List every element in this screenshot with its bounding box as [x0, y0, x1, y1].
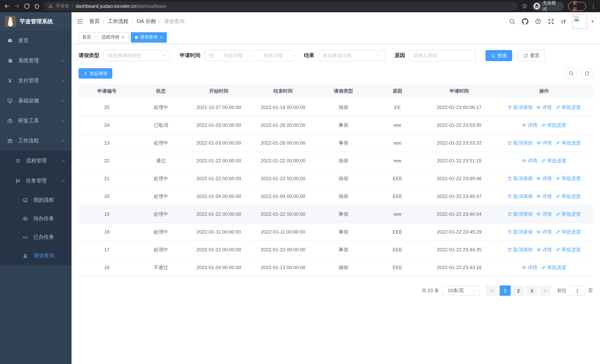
reload-icon[interactable] — [24, 3, 30, 9]
action-label: 审批进度 — [547, 157, 566, 164]
breadcrumb-item[interactable]: OA 示例 — [137, 18, 156, 25]
cell-actions: 详情审批进度 — [495, 157, 593, 164]
action-detail-link[interactable]: 详情 — [522, 264, 537, 271]
action-progress-link[interactable]: 审批进度 — [555, 140, 581, 146]
eye-icon — [536, 229, 541, 234]
sidebar-item-task-mgmt[interactable]: 任务管理 — [0, 171, 72, 191]
chevron-down-icon — [62, 119, 66, 123]
action-cancel-link[interactable]: 取消请假 — [507, 104, 533, 111]
avatar[interactable] — [572, 14, 587, 29]
caret-down-icon[interactable] — [590, 19, 595, 24]
sidebar-item-payment[interactable]: 支付管理 — [0, 71, 72, 91]
tab-close-icon[interactable]: × — [160, 35, 163, 40]
date-separator: - — [252, 53, 254, 58]
result-select[interactable]: 请选择流结果 — [318, 50, 385, 61]
create-leave-button[interactable]: 发起请假 — [79, 68, 112, 79]
sidebar-item-todo-task[interactable]: 待办任务 — [0, 209, 72, 228]
action-detail-link[interactable]: 详情 — [536, 193, 552, 200]
user-icon — [22, 253, 28, 259]
url-text[interactable]: dashboard.yudao.iocoder.cn/bpm/oa/leave — [75, 3, 166, 9]
omnibox-separator — [72, 3, 73, 9]
page-button-1[interactable]: 1 — [500, 285, 511, 296]
action-progress-link[interactable]: 审批进度 — [555, 229, 581, 235]
action-detail-link[interactable]: 详情 — [536, 211, 552, 217]
sidebar-item-devtools[interactable]: 研发工具 — [0, 111, 72, 131]
forward-icon[interactable] — [14, 3, 20, 9]
sidebar-item-leave-query[interactable]: 请假查询 — [0, 246, 72, 265]
action-progress-link[interactable]: 审批进度 — [541, 122, 566, 129]
action-progress-link[interactable]: 审批进度 — [541, 264, 566, 271]
result-label: 结果 — [304, 52, 314, 59]
show-search-button[interactable] — [565, 67, 577, 79]
home-icon[interactable] — [34, 3, 40, 9]
refresh-table-button[interactable] — [581, 67, 593, 79]
page-unit: 页 — [588, 287, 593, 294]
leave-type-select[interactable]: 请选择请假类型 — [103, 50, 170, 61]
action-detail-link[interactable]: 详情 — [536, 229, 552, 235]
goto-page-input[interactable] — [569, 285, 586, 296]
sidebar-collapse-icon[interactable] — [77, 18, 83, 25]
page-size-select[interactable]: 10条/页 — [443, 285, 480, 296]
next-page-button[interactable] — [540, 285, 551, 296]
page-button-3[interactable]: 3 — [526, 285, 537, 296]
action-progress-link[interactable]: 审批进度 — [555, 246, 581, 253]
action-detail-link[interactable]: 详情 — [522, 122, 537, 129]
action-cancel-link[interactable]: 取消请假 — [507, 175, 533, 182]
action-detail-link[interactable]: 详情 — [536, 246, 552, 253]
action-cancel-link[interactable]: 取消请假 — [507, 193, 533, 200]
address-bar[interactable]: 不安全 dashboard.yudao.iocoder.cn/bpm/oa/le… — [44, 1, 518, 11]
fullscreen-icon[interactable] — [548, 18, 554, 25]
cell-reason: EEE — [372, 176, 423, 181]
action-progress-link[interactable]: 审批进度 — [555, 193, 581, 200]
breadcrumb-item[interactable]: 首页 — [89, 18, 100, 25]
breadcrumb-item[interactable]: 工作流程 — [108, 18, 129, 25]
sidebar-item-infra[interactable]: 基础设施 — [0, 91, 72, 111]
chevron-right-icon — [543, 288, 547, 293]
font-size-icon[interactable]: TT — [561, 19, 566, 24]
bookmark-star-icon[interactable] — [521, 3, 528, 9]
action-progress-link[interactable]: 审批进度 — [555, 211, 581, 217]
tab-流程详情[interactable]: 流程详情× — [97, 32, 128, 42]
help-icon[interactable] — [535, 18, 542, 25]
action-cancel-link[interactable]: 取消请假 — [507, 211, 533, 217]
sidebar-item-system[interactable]: 系统管理 — [0, 51, 72, 71]
tab-首页[interactable]: 首页 — [78, 32, 95, 42]
action-detail-link[interactable]: 详情 — [536, 140, 552, 146]
table-header-row: 申请编号状态开始时间结束时间请假类型原因申请时间操作 — [79, 84, 593, 99]
action-cancel-link[interactable]: 取消请假 — [507, 140, 533, 146]
page-button-2[interactable]: 2 — [513, 285, 524, 296]
sidebar-item-home[interactable]: 首页 — [0, 31, 72, 51]
tab-请假查询[interactable]: 请假查询× — [131, 32, 167, 42]
search-icon[interactable] — [509, 18, 516, 25]
action-progress-link[interactable]: 审批进度 — [555, 104, 581, 111]
action-progress-link[interactable]: 审批进度 — [555, 175, 581, 182]
action-progress-link[interactable]: 审批进度 — [541, 157, 566, 164]
back-icon[interactable] — [4, 3, 10, 9]
sidebar-item-process-mgmt[interactable]: 流程管理 — [0, 151, 72, 171]
cell-id: 20 — [79, 194, 135, 199]
cell-apply_time: 2022-01-22 23:46:47 — [423, 194, 495, 199]
action-cancel-link[interactable]: 取消请假 — [507, 246, 533, 253]
search-button[interactable]: 搜索 — [486, 50, 512, 61]
end-date-placeholder[interactable]: 结束日期 — [256, 52, 290, 59]
reset-button[interactable]: 重置 — [518, 50, 545, 61]
breadcrumb-separator: / — [103, 19, 104, 24]
cell-actions: 取消请假详情审批进度 — [495, 229, 593, 235]
url-domain: dashboard.yudao.iocoder.cn — [75, 3, 136, 9]
security-label[interactable]: 不安全 — [56, 3, 69, 9]
browser-menu-icon[interactable] — [590, 3, 596, 9]
browser-update-button[interactable]: 更新 — [568, 2, 586, 10]
reason-input[interactable]: 请输入原因 — [409, 50, 476, 61]
sidebar-item-done-task[interactable]: 已办任务 — [0, 228, 72, 246]
prev-page-button[interactable] — [486, 285, 497, 296]
action-detail-link[interactable]: 详情 — [536, 175, 552, 182]
action-detail-link[interactable]: 详情 — [522, 157, 537, 164]
sidebar-item-my-process[interactable]: 我的流程 — [0, 191, 72, 209]
apply-time-range-picker[interactable]: 开始日期 - 结束日期 — [205, 50, 294, 61]
action-detail-link[interactable]: 详情 — [536, 104, 552, 111]
start-date-placeholder[interactable]: 开始日期 — [216, 52, 250, 59]
github-icon[interactable] — [522, 18, 528, 25]
sidebar-item-workflow[interactable]: 工作流程 — [0, 131, 72, 151]
tab-close-icon[interactable]: × — [122, 35, 124, 40]
action-cancel-link[interactable]: 取消请假 — [507, 229, 533, 235]
